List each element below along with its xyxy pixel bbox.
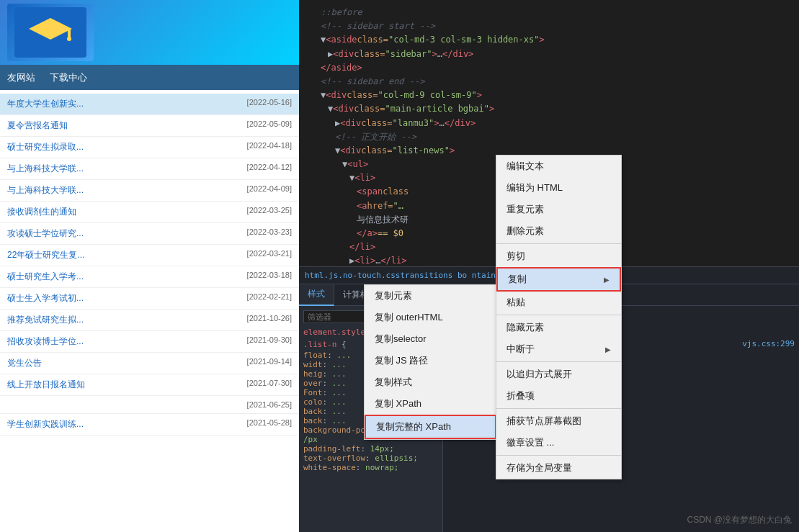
menu-badges[interactable]: 徽章设置 ... [496, 432, 621, 454]
site-logo: 教育网 [7, 4, 94, 61]
menu-copy-jspath[interactable]: 复制 JS 路径 [365, 350, 496, 371]
list-item-title: 硕士研究生入学考... [7, 271, 241, 283]
menu-collapse[interactable]: 折叠项 [496, 385, 621, 407]
site-header: 教育网 [0, 0, 299, 65]
list-item-title: 与上海科技大学联... [7, 163, 241, 175]
code-line: ▶ <div class= "sidebar" > … </div> [306, 48, 792, 61]
list-item-title: 接收调剂生的通知 [7, 206, 241, 218]
list-item[interactable]: 推荐免试研究生拟... [2021-10-26] [0, 310, 299, 331]
left-panel: 教育网 友网站 下载中心 年度大学生创新实... [2022-05-16] 夏令… [0, 0, 299, 532]
menu-duplicate[interactable]: 重复元素 [496, 199, 621, 220]
menu-cut[interactable]: 剪切 [496, 245, 621, 267]
list-item-date: [2022-04-12] [247, 163, 292, 175]
watermark: CSDN @没有梦想的大白兔 [687, 514, 792, 526]
list-item-date: [2021-09-14] [247, 357, 292, 369]
code-line: ▼ <div class= "main-article bgbai" > [306, 102, 792, 116]
list-item-date: [2022-04-09] [247, 184, 292, 197]
list-item-title: 与上海科技大学联... [7, 184, 241, 197]
list-item[interactable]: 招收攻读博士学位... [2021-09-30] [0, 331, 299, 353]
list-item-date: [2021-06-25] [247, 400, 292, 409]
list-item[interactable]: 夏令营报名通知 [2022-05-09] [0, 115, 299, 137]
submenu-arrow-2: ▶ [605, 346, 611, 353]
list-item[interactable]: 硕士生入学考试初... [2022-02-21] [0, 288, 299, 310]
menu-screenshot[interactable]: 捕获节点屏幕截图 [496, 410, 621, 432]
css-prop-overflow2: text-overflow: ellipsis; [303, 454, 438, 463]
list-item[interactable]: 学生创新实践训练... [2021-05-28] [0, 414, 299, 436]
menu-copy-xpath[interactable]: 复制 XPath [365, 393, 496, 415]
list-item-title: 夏令营报名通知 [7, 120, 241, 132]
list-item[interactable]: 与上海科技大学联... [2022-04-09] [0, 180, 299, 202]
list-item-date: [2022-02-21] [247, 292, 292, 305]
code-line: ▼ <aside class= "col-md-3 col-sm-3 hidde… [306, 33, 792, 47]
list-item-title: 党生公告 [7, 357, 241, 369]
list-item-date: [2022-03-21] [247, 249, 292, 261]
menu-sep-2 [496, 315, 621, 315]
code-line: <!-- 正文开始 --> [306, 130, 792, 144]
css-prop-whitespace: white-space: nowrap; [303, 463, 438, 472]
menu-copy-element[interactable]: 复制元素 [365, 285, 496, 307]
list-item-title: 硕士研究生拟录取... [7, 141, 241, 153]
menu-copy-styles[interactable]: 复制样式 [365, 371, 496, 393]
code-line: ▶ <div class= "lanmu3" > … </div> [306, 117, 792, 130]
list-item-date: [2022-05-09] [247, 120, 292, 132]
context-menu-right: 编辑文本 编辑为 HTML 重复元素 删除元素 剪切 复制 ▶ 粘贴 隐藏元素 … [496, 155, 622, 479]
nav-item-download[interactable]: 下载中心 [50, 71, 87, 84]
submenu-arrow: ▶ [604, 276, 610, 284]
menu-sep-3 [496, 361, 621, 362]
menu-sep-1 [496, 243, 621, 244]
list-item-title: 招收攻读博士学位... [7, 335, 241, 348]
list-item-date: [2021-07-30] [247, 379, 292, 391]
list-item-title: 年度大学生创新实... [7, 98, 241, 110]
svg-rect-3 [68, 29, 71, 37]
nav-bar: 友网站 下载中心 [0, 65, 299, 90]
list-item[interactable]: 攻读硕士学位研究... [2022-03-23] [0, 223, 299, 245]
list-item-title: 学生创新实践训练... [7, 418, 241, 430]
menu-paste[interactable]: 粘贴 [496, 292, 621, 313]
list-item-title: 推荐免试研究生拟... [7, 314, 241, 326]
list-item-date: [2022-05-16] [247, 98, 292, 110]
list-item-title: 攻读硕士学位研究... [7, 227, 241, 240]
code-line: </aside> [306, 61, 792, 75]
code-line: ▼ <div class= "col-md-9 col-sm-9" > [306, 89, 792, 102]
tab-styles[interactable]: 样式 [299, 284, 334, 306]
list-item-date: [2022-04-18] [247, 141, 292, 153]
list-item-date: [2021-09-30] [247, 335, 292, 348]
menu-delete[interactable]: 删除元素 [496, 220, 621, 242]
list-item[interactable]: 与上海科技大学联... [2022-04-12] [0, 158, 299, 180]
code-line: <!-- sidebar start --> [306, 19, 792, 33]
menu-break[interactable]: 中断于 ▶ [496, 338, 621, 360]
nav-item-yousite[interactable]: 友网站 [7, 71, 35, 84]
menu-copy[interactable]: 复制 ▶ [496, 267, 621, 292]
code-line: <!-- sidebar end --> [306, 75, 792, 89]
menu-expand[interactable]: 以追归方式展开 [496, 364, 621, 385]
list-item[interactable]: 党生公告 [2021-09-14] [0, 353, 299, 374]
list-item[interactable]: 接收调剂生的通知 [2022-03-25] [0, 202, 299, 223]
menu-copy-outerhtml[interactable]: 复制 outerHTML [365, 307, 496, 328]
list-item[interactable]: 22年硕士研究生复... [2022-03-21] [0, 245, 299, 266]
list-item-title [7, 400, 241, 409]
list-item-date: [2022-03-18] [247, 271, 292, 283]
list-item[interactable]: 硕士研究生入学考... [2022-03-18] [0, 266, 299, 288]
list-item[interactable]: 年度大学生创新实... [2022-05-16] [0, 94, 299, 115]
list-item-date: [2021-05-28] [247, 418, 292, 430]
css-prop-padding: padding-left: 14px; [303, 444, 438, 454]
list-item[interactable]: [2021-06-25] [0, 396, 299, 414]
menu-edit-text[interactable]: 编辑文本 [496, 155, 621, 177]
svg-point-4 [67, 37, 71, 41]
menu-sep-5 [496, 455, 621, 456]
list-item-title: 硕士生入学考试初... [7, 292, 241, 305]
menu-global-var[interactable]: 存储为全局变量 [496, 457, 621, 479]
list-item-date: [2022-03-25] [247, 206, 292, 218]
menu-copy-full-xpath[interactable]: 复制完整的 XPath [365, 415, 496, 439]
list-item[interactable]: 硕士研究生拟录取... [2022-04-18] [0, 137, 299, 158]
code-line: ::before [306, 6, 792, 19]
menu-hide[interactable]: 隐藏元素 [496, 317, 621, 338]
list-item-date: [2022-03-23] [247, 227, 292, 240]
menu-edit-html[interactable]: 编辑为 HTML [496, 177, 621, 199]
menu-sep-4 [496, 408, 621, 409]
menu-copy-selector[interactable]: 复制selector [365, 328, 496, 350]
list-item-title: 22年硕士研究生复... [7, 249, 241, 261]
list-item-date: [2021-10-26] [247, 314, 292, 326]
list-item[interactable]: 线上开放日报名通知 [2021-07-30] [0, 374, 299, 396]
content-list: 年度大学生创新实... [2022-05-16] 夏令营报名通知 [2022-0… [0, 90, 299, 439]
